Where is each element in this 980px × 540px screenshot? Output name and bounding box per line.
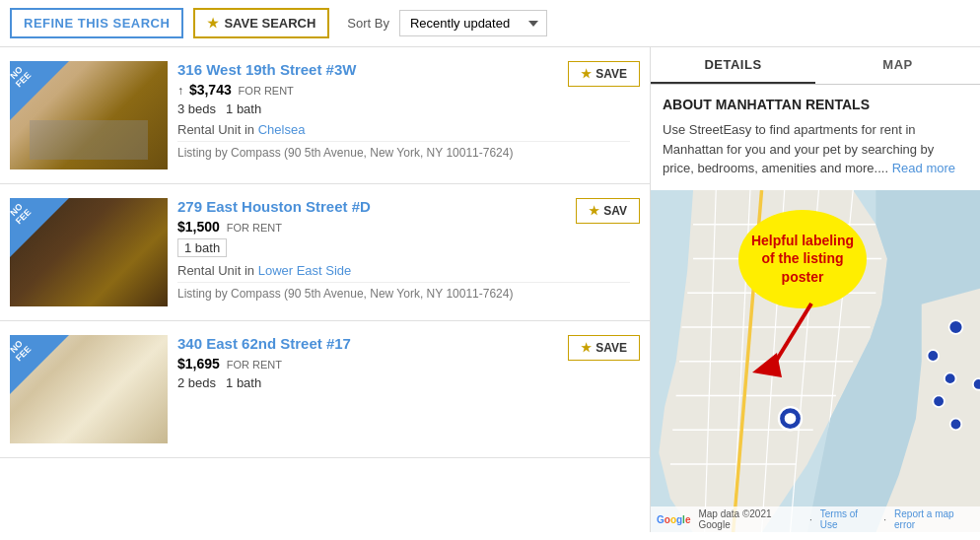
listing-price: $1,500 FOR RENT — [177, 219, 630, 235]
save-label: SAVE — [595, 341, 627, 355]
neighborhood-link[interactable]: Lower East Side — [258, 263, 352, 278]
right-tabs: DETAILS MAP — [651, 47, 980, 85]
star-icon: ★ — [581, 341, 592, 355]
save-listing-button[interactable]: ★ SAVE — [568, 335, 640, 361]
listing-image-wrapper: NOFEE — [10, 335, 168, 443]
sort-by-label: Sort By — [347, 16, 389, 31]
neighborhood-link[interactable]: Chelsea — [258, 122, 306, 137]
map-data-credit: Map data ©2021 Google — [698, 508, 802, 530]
save-search-label: SAVE SEARCH — [224, 16, 315, 31]
divider: · — [809, 514, 812, 525]
divider: · — [883, 514, 886, 525]
listing-agent: Listing by Compass (90 5th Avenue, New Y… — [177, 141, 630, 160]
about-section: ABOUT MANHATTAN RENTALS Use StreetEasy t… — [651, 85, 980, 190]
listing-info: 279 East Houston Street #D $1,500 FOR RE… — [168, 198, 640, 306]
svg-point-22 — [950, 418, 962, 430]
save-label: SAVE — [595, 67, 627, 81]
listing-agent: Listing by Compass (90 5th Avenue, New Y… — [177, 282, 630, 301]
listing-beds-baths: 3 beds 1 bath — [177, 101, 630, 116]
listing-image-wrapper: NOFEE — [10, 61, 168, 169]
listing-title[interactable]: 279 East Houston Street #D — [177, 198, 371, 215]
for-rent-label: FOR RENT — [227, 222, 282, 234]
listing-title[interactable]: 340 East 62nd Street #17 — [177, 335, 351, 352]
listing-card: NOFEE 279 East Houston Street #D $1,500 … — [0, 184, 650, 321]
about-text: Use StreetEasy to find apartments for re… — [663, 120, 968, 178]
listing-image-wrapper: NOFEE — [10, 198, 168, 306]
top-bar: REFINE THIS SEARCH ★ SAVE SEARCH Sort By… — [0, 0, 980, 47]
right-panel: DETAILS MAP ABOUT MANHATTAN RENTALS Use … — [651, 47, 980, 532]
for-rent-label: FOR RENT — [239, 85, 294, 97]
for-rent-label: FOR RENT — [227, 359, 282, 371]
listing-type: Rental Unit in Chelsea — [177, 122, 630, 137]
listings-panel: NOFEE 316 West 19th Street #3W ↑ $3,743 … — [0, 47, 651, 532]
listing-price: $1,695 FOR RENT — [177, 356, 630, 371]
star-icon: ★ — [581, 67, 592, 81]
svg-point-20 — [945, 372, 956, 384]
save-search-button[interactable]: ★ SAVE SEARCH — [193, 8, 329, 38]
price-value: $1,695 — [177, 356, 220, 371]
beds-label: 2 beds — [177, 375, 216, 390]
price-arrow-icon: ↑ — [177, 84, 183, 98]
price-value: $3,743 — [189, 82, 232, 98]
svg-point-21 — [933, 395, 945, 407]
baths-label: 1 bath — [177, 238, 227, 257]
listing-type: Rental Unit in Lower East Side — [177, 263, 630, 278]
terms-of-use-link[interactable]: Terms of Use — [820, 508, 875, 530]
svg-point-19 — [928, 350, 940, 362]
annotation-arrow-icon — [752, 299, 831, 377]
svg-point-18 — [949, 320, 963, 334]
beds-label: 3 beds — [177, 101, 216, 116]
svg-point-23 — [973, 378, 980, 390]
read-more-link[interactable]: Read more — [892, 161, 955, 175]
map-container[interactable]: Helpful labeling of the listing poster G… — [651, 190, 980, 533]
tab-details[interactable]: DETAILS — [651, 47, 815, 84]
listing-beds-baths: 2 beds 1 bath — [177, 375, 630, 390]
save-listing-button[interactable]: ★ SAV — [576, 198, 640, 224]
listing-price: ↑ $3,743 FOR RENT — [177, 82, 630, 98]
report-error-link[interactable]: Report a map error — [894, 508, 974, 530]
listing-card: NOFEE 316 West 19th Street #3W ↑ $3,743 … — [0, 47, 650, 184]
save-listing-button[interactable]: ★ SAVE — [568, 61, 640, 87]
sort-select[interactable]: Recently updated Price (low to high) Pri… — [399, 10, 547, 36]
listing-beds-baths: 1 bath — [177, 238, 630, 257]
annotation-bubble: Helpful labeling of the listing poster — [738, 210, 867, 308]
star-icon: ★ — [589, 204, 599, 218]
map-credit: Google Map data ©2021 Google · Terms of … — [651, 506, 980, 532]
main-layout: NOFEE 316 West 19th Street #3W ↑ $3,743 … — [0, 47, 980, 532]
about-title: ABOUT MANHATTAN RENTALS — [663, 97, 968, 112]
listing-title[interactable]: 316 West 19th Street #3W — [177, 61, 356, 78]
baths-label: 1 bath — [226, 375, 261, 390]
svg-marker-28 — [752, 353, 782, 377]
tab-map[interactable]: MAP — [815, 47, 980, 84]
listing-card: NOFEE 340 East 62nd Street #17 $1,695 FO… — [0, 321, 650, 458]
svg-point-26 — [785, 412, 797, 424]
refine-search-button[interactable]: REFINE THIS SEARCH — [10, 8, 183, 38]
save-label: SAV — [603, 204, 627, 218]
baths-label: 1 bath — [226, 101, 261, 116]
google-logo: Google — [657, 514, 690, 525]
star-icon: ★ — [207, 16, 219, 31]
price-value: $1,500 — [177, 219, 220, 235]
